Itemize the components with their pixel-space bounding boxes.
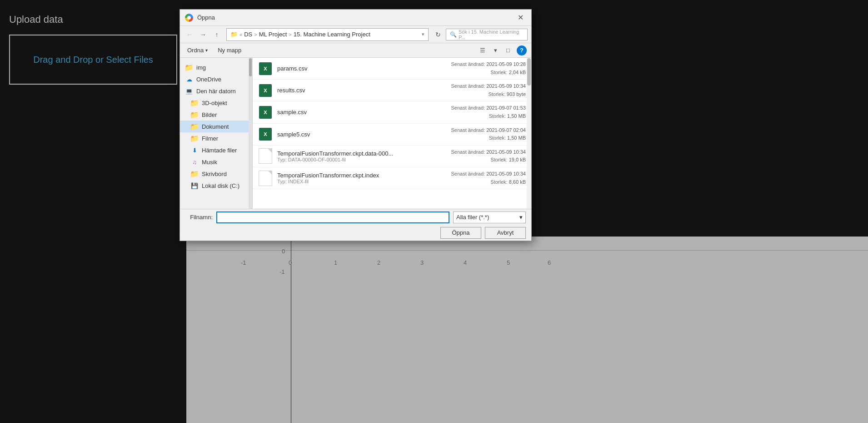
modified-params: 2021-05-09 10:28: [486, 61, 526, 67]
cancel-button[interactable]: Avbryt: [485, 227, 526, 239]
list-item[interactable]: TemporalFusionTransformer.ckpt.data-000.…: [253, 146, 531, 167]
view-buttons: ☰ ▾ □ ?: [477, 45, 527, 56]
sidebar-item-3d-objekt[interactable]: 📁 3D-objekt: [180, 97, 252, 109]
musik-icon: ♫: [191, 158, 198, 166]
open-button[interactable]: Öppna: [440, 227, 481, 239]
filetype-dropdown[interactable]: Alla filer (*.*) ▾: [453, 212, 526, 223]
modified-label-sample5: Senast ändrad:: [451, 127, 485, 133]
sidebar-label-skrivbord: Skrivbord: [202, 171, 227, 177]
size-label-tft-data: Storlek:: [490, 157, 507, 162]
list-item[interactable]: X sample5.csv Senast ändrad: 2021-09-07 …: [253, 124, 531, 146]
file-info-params: params.csv: [277, 65, 446, 72]
sidebar-item-bilder[interactable]: 📁 Bilder: [180, 109, 252, 121]
file-list-scrollbar-thumb[interactable]: [527, 58, 531, 86]
back-button[interactable]: ←: [184, 29, 195, 40]
size-sample5: 1,50 MB: [507, 135, 526, 141]
sidebar-scrollbar-thumb[interactable]: [249, 58, 252, 76]
view-list-button[interactable]: ☰: [477, 45, 489, 56]
modified-sample5: 2021-09-07 02:04: [486, 127, 526, 133]
file-list-scrollbar[interactable]: [527, 58, 531, 209]
file-meta-sample5: Senast ändrad: 2021-09-07 02:04 Storlek:…: [451, 126, 526, 142]
breadcrumb-current[interactable]: 15. Machine Learning Project: [294, 31, 370, 38]
file-icon-sample5: X: [258, 127, 273, 141]
sidebar-item-onedrive[interactable]: ☁ OneDrive: [180, 73, 252, 85]
file-icon-sample: X: [258, 105, 273, 120]
file-icon-tft-data: [258, 149, 273, 163]
forward-button[interactable]: →: [197, 29, 209, 40]
sidebar-label-den-har-datorn: Den här datorn: [196, 88, 236, 95]
cancel-button-label: Avbryt: [497, 229, 514, 236]
view-pane-button[interactable]: □: [502, 45, 514, 56]
file-name-tft-index: TemporalFusionTransformer.ckpt.index: [277, 172, 446, 179]
filetype-chevron-icon: ▾: [519, 214, 523, 221]
3d-folder-icon: 📁: [191, 99, 198, 106]
folder-icon: 📁: [185, 64, 193, 71]
file-meta-tft-data: Senast ändrad: 2021-05-09 10:34 Storlek:…: [451, 148, 526, 164]
file-list: X params.csv Senast ändrad: 2021-05-09 1…: [253, 58, 531, 209]
sidebar-label-img: img: [196, 64, 206, 71]
dialog-body: 📁 img ☁ OneDrive 💻 Den här datorn 📁 3D-o…: [180, 58, 531, 209]
breadcrumb-chevron[interactable]: ▾: [422, 31, 424, 37]
size-label-sample5: Storlek:: [489, 135, 506, 141]
sidebar-item-lokal-disk[interactable]: 💾 Lokal disk (C:): [180, 180, 252, 191]
dialog-footer: Filnamn: Alla filer (*.*) ▾ Öppna Avbryt: [180, 209, 531, 241]
file-meta-results: Senast ändrad: 2021-05-09 10:34 Storlek:…: [451, 82, 526, 98]
view-chevron-button[interactable]: ▾: [489, 45, 501, 56]
sidebar-scrollbar[interactable]: [249, 58, 252, 209]
file-meta-tft-index: Senast ändrad: 2021-05-09 10:34 Storlek:…: [451, 170, 526, 186]
list-item[interactable]: X sample.csv Senast ändrad: 2021-09-07 0…: [253, 101, 531, 123]
open-button-label: Öppna: [452, 229, 469, 236]
ordna-button[interactable]: Ordna ▾: [185, 45, 210, 55]
filename-input[interactable]: [216, 212, 449, 223]
computer-icon: 💻: [185, 87, 193, 95]
refresh-button[interactable]: ↻: [432, 29, 444, 40]
ordna-chevron-icon: ▾: [205, 48, 208, 53]
filename-label: Filnamn:: [185, 214, 213, 221]
list-item[interactable]: X params.csv Senast ändrad: 2021-05-09 1…: [253, 58, 531, 80]
dialog-titlebar: Öppna ✕: [180, 10, 531, 26]
sidebar-item-filmer[interactable]: 📁 Filmer: [180, 132, 252, 144]
modified-tft-data: 2021-05-09 10:34: [486, 149, 526, 155]
breadcrumb-ds[interactable]: DS: [244, 31, 252, 38]
breadcrumb-ml[interactable]: ML Project: [259, 31, 287, 38]
chrome-logo-inner: [187, 16, 191, 20]
size-results: 903 byte: [507, 91, 526, 97]
list-item[interactable]: X results.csv Senast ändrad: 2021-05-09 …: [253, 80, 531, 101]
up-button[interactable]: ↑: [211, 29, 223, 40]
modified-sample: 2021-09-07 01:53: [486, 105, 526, 111]
sidebar-item-hamtade-filer[interactable]: ⬇ Hämtade filer: [180, 144, 252, 156]
file-info-tft-index: TemporalFusionTransformer.ckpt.index Typ…: [277, 172, 446, 184]
skrivbord-folder-icon: 📁: [191, 170, 198, 177]
sidebar-item-dokument[interactable]: 📁 Dokument: [180, 121, 252, 132]
sidebar-label-hamtade-filer: Hämtade filer: [202, 147, 237, 154]
excel-icon: X: [259, 128, 272, 141]
help-button[interactable]: ?: [517, 45, 527, 55]
dialog-sidebar: 📁 img ☁ OneDrive 💻 Den här datorn 📁 3D-o…: [180, 58, 253, 209]
breadcrumb-sep1: >: [254, 32, 257, 37]
size-tft-data: 19,0 kB: [509, 157, 526, 162]
cloud-icon: ☁: [185, 76, 193, 83]
breadcrumb-sep2: >: [289, 32, 291, 37]
sidebar-item-skrivbord[interactable]: 📁 Skrivbord: [180, 168, 252, 180]
sidebar-label-3d-objekt: 3D-objekt: [202, 100, 227, 106]
search-box[interactable]: 🔍 Sök i 15. Machine Learning P...: [446, 29, 528, 40]
sidebar-label-musik: Musik: [202, 159, 217, 166]
sidebar-item-den-har-datorn[interactable]: 💻 Den här datorn: [180, 85, 252, 97]
list-item[interactable]: TemporalFusionTransformer.ckpt.index Typ…: [253, 167, 531, 189]
generic-file-icon: [259, 171, 272, 186]
generic-file-icon: [259, 148, 272, 164]
file-name-params: params.csv: [277, 65, 446, 72]
file-subtype-tft-index: Typ: INDEX-fil: [277, 179, 446, 184]
ny-mapp-button[interactable]: Ny mapp: [214, 45, 245, 55]
disk-icon: 💾: [191, 182, 198, 189]
footer-filename-row: Filnamn: Alla filer (*.*) ▾: [185, 212, 526, 223]
filetype-label: Alla filer (*.*): [456, 214, 489, 221]
sidebar-item-img[interactable]: 📁 img: [180, 61, 252, 73]
chrome-logo: [185, 14, 193, 22]
dokument-folder-icon: 📁: [191, 123, 198, 130]
sidebar-item-musik[interactable]: ♫ Musik: [180, 156, 252, 168]
modified-results: 2021-05-09 10:34: [486, 83, 526, 89]
ordna-label: Ordna: [187, 47, 204, 54]
modified-label-tft-index: Senast ändrad:: [451, 171, 485, 176]
close-button[interactable]: ✕: [514, 11, 527, 24]
